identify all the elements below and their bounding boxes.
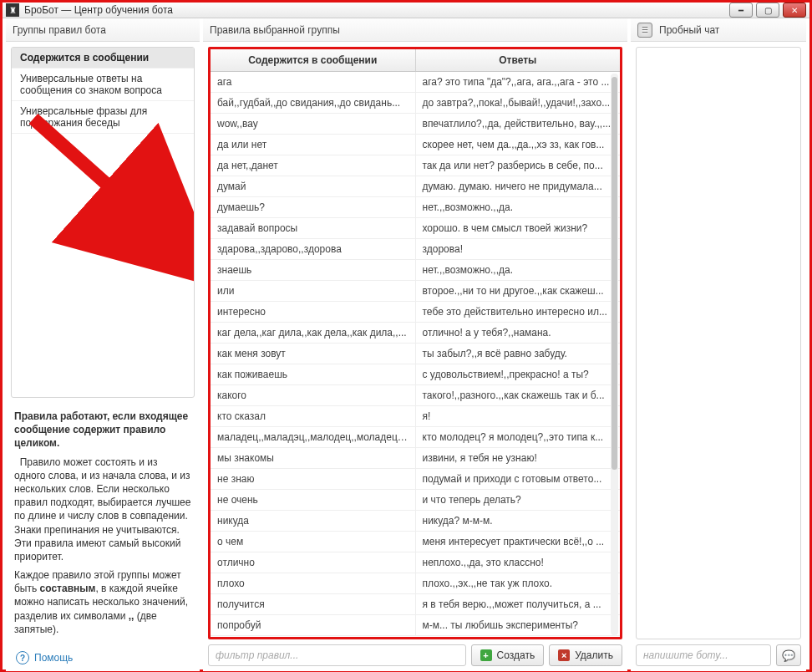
table-row[interactable]: не знаюподумай и приходи с готовым ответ… <box>211 469 620 490</box>
cell-contains[interactable]: не очень <box>211 490 416 510</box>
create-button[interactable]: + Создать <box>471 644 545 666</box>
cell-answers[interactable]: и что теперь делать? <box>416 490 621 510</box>
chat-input[interactable]: напишите боту... <box>636 644 771 666</box>
cell-answers[interactable]: думаю. думаю. ничего не придумала... <box>416 176 621 196</box>
cell-contains[interactable]: wow,,вау <box>211 114 416 134</box>
group-help-text: Правила работают, если входящее сообщени… <box>6 403 200 644</box>
filter-input[interactable]: фильтр правил... <box>208 644 466 666</box>
table-row[interactable]: каг дела,,каг дила,,как дела,,как дила,,… <box>211 323 620 344</box>
table-row[interactable]: плохоплохо.,,эх.,,не так уж плохо. <box>211 573 620 594</box>
cell-answers[interactable]: такого!,,разного.,,как скажешь так и б..… <box>416 385 621 405</box>
cell-contains[interactable]: не знаю <box>211 469 416 489</box>
table-row[interactable]: агаага? это типа "да"?,,ага, ага.,,ага -… <box>211 72 620 93</box>
cell-answers[interactable]: меня интересует практически всё!,,о ... <box>416 532 621 552</box>
col-answers-header[interactable]: Ответы <box>416 49 621 71</box>
table-row[interactable]: какоготакого!,,разного.,,как скажешь так… <box>211 385 620 406</box>
cell-contains[interactable]: попробуй <box>211 615 416 635</box>
cell-answers[interactable]: я! <box>416 406 621 426</box>
rules-panel: Правила выбранной группы Содержится в со… <box>203 18 627 671</box>
cell-answers[interactable]: ага? это типа "да"?,,ага, ага.,,ага - эт… <box>416 72 621 92</box>
cell-answers[interactable]: кто молодец? я молодец?,,это типа к... <box>416 427 621 447</box>
table-row[interactable]: wow,,ваувпечатлило?,,да, действительно, … <box>211 114 620 135</box>
cell-contains[interactable]: интересно <box>211 302 416 322</box>
table-row[interactable]: интереснотебе это действительно интересн… <box>211 302 620 323</box>
cell-answers[interactable]: я в тебя верю.,,может получиться, а ... <box>416 594 621 614</box>
cell-answers[interactable]: хорошо. в чем смысл твоей жизни? <box>416 218 621 238</box>
table-row[interactable]: мы знакомыизвини, я тебя не узнаю! <box>211 448 620 469</box>
table-row[interactable]: никуданикуда? м-м-м. <box>211 511 620 532</box>
scroll-thumb[interactable] <box>612 77 617 470</box>
cell-contains[interactable]: здарова,,здарово,,здорова <box>211 239 416 259</box>
table-row[interactable]: как поживаешьс удовольствием!,,прекрасно… <box>211 364 620 385</box>
col-contains-header[interactable]: Содержится в сообщении <box>211 49 416 71</box>
cell-answers[interactable]: здорова! <box>416 239 621 259</box>
cell-answers[interactable]: никуда? м-м-м. <box>416 511 621 531</box>
cell-contains[interactable]: думаешь? <box>211 197 416 217</box>
table-row[interactable]: маладец,,маладэц,,малодец,,моладец,,...к… <box>211 427 620 448</box>
table-row[interactable]: получитсяя в тебя верю.,,может получитьс… <box>211 594 620 615</box>
cell-answers[interactable]: подумай и приходи с готовым ответо... <box>416 469 621 489</box>
table-row[interactable]: здарова,,здарово,,здороваздорова! <box>211 239 620 260</box>
cell-answers[interactable]: нет.,,возможно.,,да. <box>416 197 621 217</box>
close-button[interactable]: ✕ <box>783 3 806 18</box>
cell-answers[interactable]: так да или нет? разберись в себе, по... <box>416 155 621 176</box>
cell-answers[interactable]: ты забыл?,,я всё равно забуду. <box>416 344 621 364</box>
maximize-button[interactable]: ▢ <box>756 3 779 18</box>
table-row[interactable]: знаешьнет.,,возможно.,,да. <box>211 260 620 281</box>
cell-answers[interactable]: неплохо.,,да, это классно! <box>416 552 621 573</box>
cell-contains[interactable]: получится <box>211 594 416 614</box>
cell-answers[interactable]: отлично! а у тебя?,,намана. <box>416 323 621 343</box>
cell-contains[interactable]: мы знакомы <box>211 448 416 468</box>
table-row[interactable]: думайдумаю. думаю. ничего не придумала..… <box>211 176 620 197</box>
cell-contains[interactable]: каг дела,,каг дила,,как дела,,как дила,,… <box>211 323 416 343</box>
cell-contains[interactable]: как меня зовут <box>211 344 416 364</box>
cell-contains[interactable]: плохо <box>211 573 416 593</box>
table-row[interactable]: как меня зовутты забыл?,,я всё равно заб… <box>211 344 620 364</box>
delete-button[interactable]: × Удалить <box>549 644 622 666</box>
table-row[interactable]: иливторое.,,ни то ни другое.,,как скажеш… <box>211 281 620 302</box>
cell-answers[interactable]: тебе это действительно интересно ил... <box>416 302 621 322</box>
cell-answers[interactable]: скорее нет, чем да.,,да.,,хэ зз, как гов… <box>416 135 621 155</box>
minimize-button[interactable]: ━ <box>729 3 753 18</box>
table-row[interactable]: задавай вопросыхорошо. в чем смысл твоей… <box>211 218 620 239</box>
cell-contains[interactable]: маладец,,маладэц,,малодец,,моладец,,... <box>211 427 416 447</box>
table-row[interactable]: попробуйм-м... ты любишь эксперименты? <box>211 615 620 636</box>
cell-contains[interactable]: кто сказал <box>211 406 416 426</box>
cell-contains[interactable]: думай <box>211 176 416 196</box>
cell-contains[interactable]: никуда <box>211 511 416 531</box>
cell-contains[interactable]: задавай вопросы <box>211 218 416 238</box>
group-item[interactable]: Универсальные фразы для поддержания бесе… <box>12 101 194 134</box>
cell-contains[interactable]: как поживаешь <box>211 364 416 384</box>
table-row[interactable]: да нет,,данеттак да или нет? разберись в… <box>211 155 620 176</box>
cell-contains[interactable]: какого <box>211 385 416 405</box>
group-item[interactable]: Универсальные ответы на сообщения со зна… <box>12 69 194 101</box>
chat-send-button[interactable]: 💬 <box>776 644 801 666</box>
table-row[interactable]: да или нетскорее нет, чем да.,,да.,,хэ з… <box>211 135 620 155</box>
table-row[interactable]: бай,,гудбай,,до свидания,,до свидань...д… <box>211 93 620 114</box>
group-item[interactable]: Содержится в сообщении <box>12 48 194 69</box>
cell-answers[interactable]: с удовольствием!,,прекрасно! а ты? <box>416 364 621 384</box>
help-link-label: Помощь <box>34 652 73 664</box>
help-link[interactable]: ? Помощь <box>6 644 200 671</box>
cell-contains[interactable]: или <box>211 281 416 301</box>
cell-answers[interactable]: второе.,,ни то ни другое.,,как скажеш... <box>416 281 621 301</box>
cell-answers[interactable]: м-м... ты любишь эксперименты? <box>416 615 621 635</box>
table-row[interactable]: отличнонеплохо.,,да, это классно! <box>211 552 620 573</box>
cell-answers[interactable]: плохо.,,эх.,,не так уж плохо. <box>416 573 621 593</box>
cell-contains[interactable]: о чем <box>211 532 416 552</box>
table-row[interactable]: кто сказаля! <box>211 406 620 427</box>
table-row[interactable]: о чемменя интересует практически всё!,,о… <box>211 532 620 552</box>
cell-contains[interactable]: знаешь <box>211 260 416 280</box>
table-row[interactable]: не оченьи что теперь делать? <box>211 490 620 511</box>
cell-contains[interactable]: бай,,гудбай,,до свидания,,до свидань... <box>211 93 416 113</box>
table-scrollbar[interactable] <box>611 74 618 635</box>
cell-answers[interactable]: до завтра?,,пока!,,бывай!,,удачи!,,захо.… <box>416 93 621 113</box>
cell-answers[interactable]: впечатлило?,,да, действительно, вау.,,..… <box>416 114 621 134</box>
cell-contains[interactable]: ага <box>211 72 416 92</box>
cell-answers[interactable]: извини, я тебя не узнаю! <box>416 448 621 468</box>
cell-contains[interactable]: отлично <box>211 552 416 573</box>
cell-answers[interactable]: нет.,,возможно.,,да. <box>416 260 621 280</box>
cell-contains[interactable]: да или нет <box>211 135 416 155</box>
table-row[interactable]: думаешь?нет.,,возможно.,,да. <box>211 197 620 218</box>
cell-contains[interactable]: да нет,,данет <box>211 155 416 176</box>
